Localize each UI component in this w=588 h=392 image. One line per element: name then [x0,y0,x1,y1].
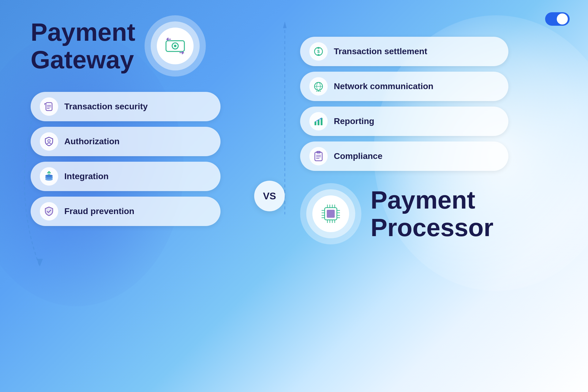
authorization-label: Authorization [64,137,119,146]
svg-text:$: $ [317,49,320,54]
transaction-settlement-label: Transaction settlement [334,47,427,56]
fraud-prevention-label: Fraud prevention [64,206,134,216]
integration-icon [40,167,58,186]
circle-inner [157,28,194,64]
right-feature-list: $ Transaction settlement [300,37,508,171]
svg-rect-42 [327,210,335,218]
right-panel: $ Transaction settlement [263,0,588,392]
svg-rect-31 [315,122,316,125]
processor-title-area: Payment Processor [371,186,493,241]
feature-item-integration: Integration [31,162,221,191]
transaction-security-icon [40,97,58,116]
toggle-button[interactable] [545,12,570,27]
reporting-icon [309,112,328,130]
circle-outer [145,15,206,77]
circle-middle [151,21,200,70]
transaction-settlement-icon: $ [309,42,328,61]
network-communication-label: Network communication [334,81,433,91]
money-transfer-icon [164,38,186,55]
feature-item-transaction-settlement: $ Transaction settlement [300,37,508,66]
processor-title-line1: Payment [371,186,493,214]
right-bottom: Payment Processor [300,183,564,244]
vs-label: VS [263,190,276,202]
gateway-title-line2: Gateway [31,46,135,74]
processor-chip-icon [320,203,341,224]
authorization-icon [40,132,58,151]
processor-circle-inner [312,195,349,232]
svg-point-1 [557,13,568,24]
left-panel: Payment Gateway [0,0,263,392]
integration-label: Integration [64,172,109,181]
svg-point-29 [316,91,317,92]
feature-item-compliance: Compliance [300,141,508,171]
processor-circle-outer [300,183,361,244]
main-content: Payment Gateway [0,0,588,392]
network-communication-icon [309,77,328,96]
payment-gateway-icon-container [145,15,206,77]
processor-circle-middle [306,189,355,238]
svg-rect-37 [317,151,320,153]
svg-point-6 [174,45,176,47]
title-area: Payment Gateway [31,18,206,77]
processor-icon-container [300,183,361,244]
feature-item-transaction-security: Transaction security [31,92,221,121]
vs-divider: VS [254,181,285,211]
feature-item-authorization: Authorization [31,127,221,156]
processor-title-line2: Processor [371,214,493,241]
transaction-security-label: Transaction security [64,102,148,111]
compliance-icon [309,147,328,165]
svg-point-11 [48,140,50,142]
feature-item-fraud-prevention: Fraud prevention [31,197,221,226]
svg-point-30 [320,91,321,92]
svg-marker-18 [283,21,287,28]
svg-marker-3 [37,259,43,266]
feature-item-reporting: Reporting [300,107,508,136]
gateway-title-line1: Payment [31,18,135,46]
compliance-label: Compliance [334,151,383,161]
feature-item-network-communication: Network communication [300,72,508,101]
fraud-prevention-icon [40,202,58,221]
vs-circle: VS [254,181,285,211]
left-feature-list: Transaction security Authorization [31,92,221,226]
reporting-label: Reporting [334,116,374,126]
svg-rect-32 [318,120,319,125]
